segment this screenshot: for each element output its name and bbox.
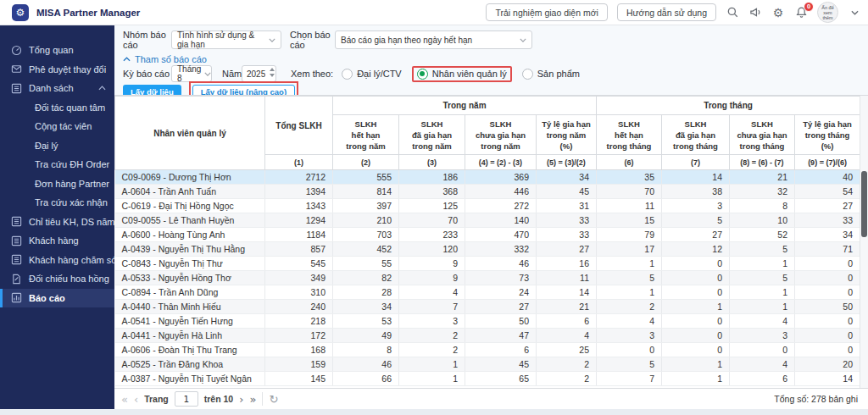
pagination: « ‹ Trang trên 10 › » ↻: [121, 391, 278, 407]
col-header[interactable]: Tỷ lệ gia hạn trong tháng (%): [795, 115, 860, 155]
value-cell: 71: [795, 242, 860, 257]
table-row[interactable]: C-0894 - Trần Anh Dũng31028424141010: [115, 285, 860, 300]
sidebar-item-khach-hang-cham-soc[interactable]: Khách hàng chăm sóc: [0, 251, 114, 270]
radio-option-san-pham[interactable]: Sản phẩm: [519, 68, 583, 80]
value-cell: 34: [537, 170, 597, 185]
sidebar-menu: Tổng quanPhê duyệt thay đổiDanh sáchĐối …: [0, 41, 114, 307]
table-row[interactable]: C09-0055 - Lê Thanh Huyền129421070140331…: [115, 213, 860, 228]
sidebar-item-bao-cao[interactable]: Báo cáo: [0, 289, 114, 308]
radio-unselected-icon[interactable]: [522, 69, 533, 80]
spinner-arrows-icon[interactable]: [270, 68, 275, 77]
refresh-icon[interactable]: ↻: [269, 393, 278, 406]
sidebar-item-phe-duyet-thay-doi[interactable]: Phê duyệt thay đổi: [0, 60, 114, 80]
gauge-icon: [11, 45, 22, 56]
sidebar-subitem-doi-tac-quan-tam[interactable]: Đối tác quan tâm: [0, 98, 114, 118]
col-header[interactable]: SLKH đã gia hạn trong tháng: [662, 115, 730, 155]
value-cell: 4: [730, 314, 795, 329]
sidebar-item-chi-tieu-kh-ds-nam[interactable]: Chỉ tiêu KH, DS năm: [0, 213, 114, 232]
table-row[interactable]: A-0541 - Nguyễn Tiến Hưng2185335064040: [115, 314, 860, 329]
value-cell: 70: [399, 213, 465, 228]
period-select[interactable]: Tháng 8: [171, 65, 212, 82]
radio-option-nhan-vien-quan-ly[interactable]: Nhân viên quản lý: [412, 66, 512, 82]
radio-selected-icon[interactable]: [417, 69, 428, 80]
value-cell: 38: [662, 185, 730, 199]
radio-option-dai-ly-ctv[interactable]: Đại lý/CTV: [338, 68, 405, 80]
value-cell: 52: [730, 228, 795, 242]
sidebar-subitem-dai-ly[interactable]: Đại lý: [0, 136, 114, 156]
table-row[interactable]: A-0606 - Đoàn Thị Thu Trang168826250000: [115, 343, 860, 357]
sidebar-item-doi-chieu-hoa-hong[interactable]: Đối chiếu hoa hồng: [0, 269, 114, 289]
page-input[interactable]: [175, 391, 198, 407]
employee-name-cell: C-0894 - Trần Anh Dũng: [115, 285, 265, 300]
new-ui-button[interactable]: Trải nghiệm giao diện mới: [486, 3, 607, 21]
col-header[interactable]: SLKH chưa gia hạn trong tháng: [730, 115, 795, 155]
pagination-first-button[interactable]: «: [121, 394, 128, 405]
chevron-up-icon[interactable]: [98, 86, 106, 91]
chevron-up-icon: [123, 57, 131, 62]
view-by-label: Xem theo:: [291, 69, 333, 79]
radio-label: Đại lý/CTV: [357, 69, 402, 79]
sidebar-subitem-tra-cuu-xac-nhan[interactable]: Tra cứu xác nhận: [0, 193, 114, 213]
col-header[interactable]: SLKH hết hạn trong tháng: [597, 115, 662, 155]
radio-unselected-icon[interactable]: [342, 69, 353, 80]
period-label: Kỳ báo cáo: [123, 69, 171, 79]
table-row[interactable]: A-0441 - Nguyễn Hà Linh1724924743030: [115, 329, 860, 343]
col-header-total[interactable]: Tổng SLKH: [265, 97, 333, 155]
col-header[interactable]: Tỷ lệ gia hạn trong năm (%): [537, 115, 597, 155]
value-cell: 1: [662, 300, 730, 314]
sidebar-item-tong-quan[interactable]: Tổng quan: [0, 41, 114, 60]
scrollbar-thumb[interactable]: [861, 171, 867, 237]
radio-label: Sản phẩm: [537, 69, 580, 79]
vertical-scrollbar[interactable]: [860, 96, 868, 389]
report-select[interactable]: Báo cáo gia hạn theo ngày hết hạn: [335, 30, 532, 49]
value-cell: 45: [465, 357, 537, 372]
bell-icon[interactable]: 0: [794, 6, 808, 19]
value-cell: 33: [795, 213, 860, 228]
table-row[interactable]: A-0439 - Nguyễn Thị Thu Hằng857452120332…: [115, 242, 860, 257]
chevron-down-icon[interactable]: [848, 6, 861, 19]
pagination-prev-button[interactable]: ‹: [134, 394, 138, 405]
report-group-value: Tình hình sử dụng & gia hạn: [177, 30, 265, 49]
avatar[interactable]: Ấn để xem thêm: [817, 2, 838, 23]
col-header-employee[interactable]: Nhân viên quản lý: [115, 97, 265, 170]
table-row[interactable]: A-0533 - Nguyễn Hồng Thơ34982973115050: [115, 271, 860, 285]
report-group-select[interactable]: Tình hình sử dụng & gia hạn: [171, 30, 281, 49]
table-row[interactable]: A-0387 - Nguyễn Thị Tuyết Ngân1456616527…: [115, 372, 860, 386]
pagination-last-button[interactable]: »: [249, 394, 256, 405]
sidebar-subitem-tra-cuu-dh-order[interactable]: Tra cứu ĐH Order: [0, 155, 114, 174]
megaphone-icon[interactable]: [748, 6, 762, 19]
col-formula: (2): [333, 155, 399, 170]
table-row[interactable]: C09-0069 - Dương Thị Hơn2712555186369343…: [115, 170, 860, 185]
sidebar-subitem-don-hang-partner[interactable]: Đơn hàng Partner: [0, 174, 114, 194]
report-icon: [11, 292, 22, 303]
sidebar-item-khach-hang[interactable]: Khách hàng: [0, 231, 114, 251]
value-cell: 1184: [265, 228, 333, 242]
col-header[interactable]: SLKH hết hạn trong năm: [333, 115, 399, 155]
sidebar-item-label: Đối chiếu hoa hồng: [29, 274, 109, 284]
table-row[interactable]: C-0843 - Nguyễn Thị Thư54555946161010: [115, 257, 860, 271]
params-toggle[interactable]: Tham số báo cáo: [123, 53, 207, 65]
col-header[interactable]: SLKH đã gia hạn trong năm: [399, 115, 465, 155]
table-row[interactable]: C-0619 - Đại Thị Hồng Ngọc13433971252723…: [115, 199, 860, 213]
page-label: Trang: [144, 394, 169, 404]
value-cell: 332: [465, 242, 537, 257]
value-cell: 545: [265, 257, 333, 271]
year-input[interactable]: [242, 65, 276, 82]
sidebar-subitem-cong-tac-vien[interactable]: Cộng tác viên: [0, 117, 114, 136]
value-cell: 0: [662, 271, 730, 285]
gear-icon[interactable]: ⚙: [771, 6, 785, 19]
employee-name-cell: C09-0069 - Dương Thị Hơn: [115, 170, 265, 185]
value-cell: 3: [399, 314, 465, 329]
table-row[interactable]: A-0440 - Thân Minh Hiếu240347272121150: [115, 300, 860, 314]
value-cell: 5: [597, 271, 662, 285]
table-row[interactable]: A-0525 - Trần Đăng Khoa15946145251420: [115, 357, 860, 372]
pagination-next-button[interactable]: ›: [239, 394, 243, 405]
search-icon[interactable]: [726, 6, 739, 19]
table-row[interactable]: A-0600 - Hoàng Tùng Anh11847032334703379…: [115, 228, 860, 242]
app-title: MISA Partner Manager: [36, 8, 140, 18]
sidebar-item-danh-sach[interactable]: Danh sách: [0, 79, 114, 98]
chevron-down-icon: [204, 72, 211, 76]
col-header[interactable]: SLKH chưa gia hạn trong năm: [465, 115, 537, 155]
guide-button[interactable]: Hướng dẫn sử dụng: [617, 3, 716, 21]
table-row[interactable]: A-0604 - Trần Anh Tuấn139481436844645703…: [115, 185, 860, 199]
